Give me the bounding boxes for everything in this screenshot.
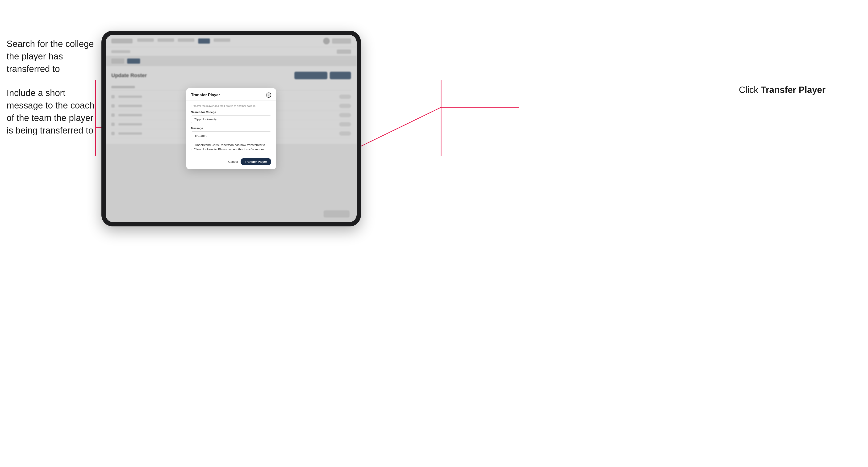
annotation-click-text: Click Transfer Player bbox=[739, 85, 826, 95]
annotation-message-text: Include a short message to the coach of … bbox=[7, 87, 96, 137]
transfer-player-modal: Transfer Player × Transfer the player an… bbox=[186, 88, 276, 169]
tablet-screen: Update Roster bbox=[106, 35, 356, 222]
cancel-button[interactable]: Cancel bbox=[228, 160, 238, 163]
message-textarea[interactable] bbox=[191, 131, 271, 150]
close-icon: × bbox=[268, 93, 270, 97]
transfer-player-button[interactable]: Transfer Player bbox=[241, 158, 271, 165]
modal-header: Transfer Player × bbox=[186, 88, 276, 101]
search-college-input[interactable] bbox=[191, 115, 271, 123]
modal-title: Transfer Player bbox=[191, 93, 220, 97]
svg-line-3 bbox=[361, 107, 441, 146]
left-annotations: Search for the college the player has tr… bbox=[7, 38, 96, 148]
modal-footer: Cancel Transfer Player bbox=[186, 155, 276, 169]
modal-subtitle: Transfer the player and their profile to… bbox=[191, 104, 271, 107]
modal-close-button[interactable]: × bbox=[266, 92, 271, 98]
search-college-label: Search for College bbox=[191, 111, 271, 114]
modal-overlay: Transfer Player × Transfer the player an… bbox=[106, 35, 356, 222]
annotation-search-text: Search for the college the player has tr… bbox=[7, 38, 96, 75]
right-annotation: Click Transfer Player bbox=[739, 85, 826, 95]
modal-body: Transfer the player and their profile to… bbox=[186, 101, 276, 155]
tablet-device: Update Roster bbox=[101, 31, 361, 226]
message-label: Message bbox=[191, 127, 271, 130]
